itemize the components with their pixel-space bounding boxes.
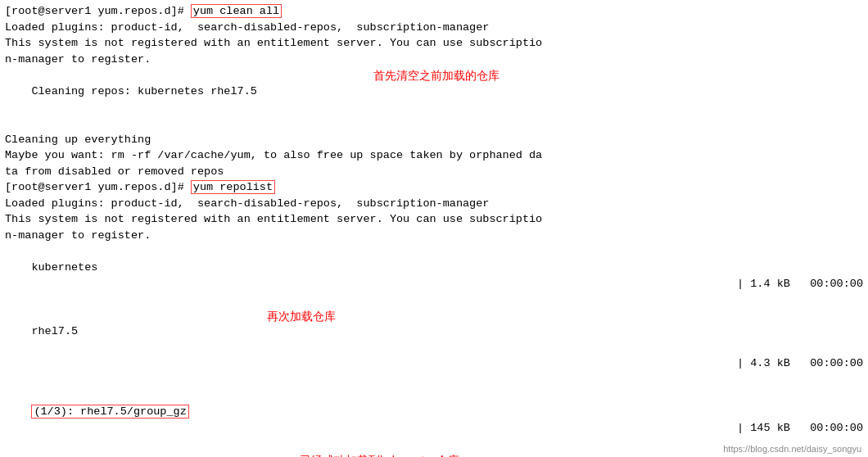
- annotation-clean: 首先清空之前加载的仓库: [373, 67, 500, 84]
- watermark: https://blog.csdn.net/daisy_songyu: [723, 444, 861, 454]
- line-7: Maybe you want: rm -rf /var/cache/yum, t…: [5, 147, 863, 164]
- line-6: Cleaning up everything: [5, 132, 863, 148]
- repo-1of3-highlight: (1/3): rhel7.5/group_gz: [31, 405, 188, 419]
- prompt-1: [root@server1 yum.repos.d]#: [5, 5, 191, 17]
- line-8: ta from disabled or removed repos: [5, 164, 863, 180]
- repo-kubernetes-left: kubernetes: [31, 261, 97, 274]
- cleaning-repos-text: Cleaning repos: kubernetes rhel7.5: [31, 85, 256, 97]
- line-4: n-manager to register.: [5, 52, 863, 68]
- line-14: rhel7.5 再次加载仓库 | 4.3 kB 00:00:00: [5, 308, 863, 388]
- line-2: Loaded plugins: product-id, search-disab…: [5, 20, 863, 36]
- annotation-reload: 再次加载仓库: [267, 308, 336, 324]
- annotation-kubernetes-loaded: 已经成功加载到kubernetes仓库: [300, 452, 459, 457]
- line-1: [root@server1 yum.repos.d]# yum clean al…: [5, 3, 863, 20]
- line-3: This system is not registered with an en…: [5, 35, 863, 52]
- repo-rhel75-right: | 4.3 kB 00:00:00: [737, 355, 863, 372]
- line-12: n-manager to register.: [5, 228, 863, 244]
- line-10: Loaded plugins: product-id, search-disab…: [5, 196, 863, 212]
- line-15: (1/3): rhel7.5/group_gz | 145 kB 00:00:0…: [5, 388, 863, 452]
- cmd-yum-clean-all: yum clean all: [191, 4, 282, 18]
- cmd-yum-repolist: yum repolist: [191, 180, 275, 194]
- repo-rhel75-left: rhel7.5: [31, 325, 78, 337]
- prompt-2: [root@server1 yum.repos.d]#: [5, 181, 191, 193]
- terminal: [root@server1 yum.repos.d]# yum clean al…: [0, 0, 868, 457]
- repo-1of3-right: | 145 kB 00:00:00: [737, 420, 863, 437]
- line-11: This system is not registered with an en…: [5, 211, 863, 228]
- line-5: Cleaning repos: kubernetes rhel7.5 首先清空之…: [5, 67, 863, 131]
- line-9: [root@server1 yum.repos.d]# yum repolist: [5, 179, 863, 196]
- line-13: kubernetes | 1.4 kB 00:00:00: [5, 243, 863, 307]
- repo-kubernetes-right: | 1.4 kB 00:00:00: [737, 276, 863, 292]
